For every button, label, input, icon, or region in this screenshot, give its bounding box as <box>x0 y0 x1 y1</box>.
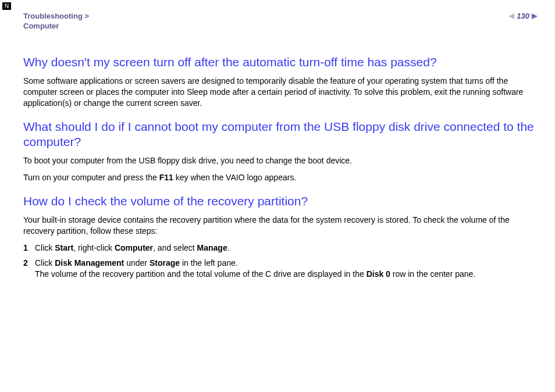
text-fragment: Click <box>35 243 55 252</box>
breadcrumb-line2: Computer <box>23 22 59 30</box>
ui-term: Computer <box>115 243 153 252</box>
question-heading-3: How do I check the volume of the recover… <box>23 194 538 209</box>
step-text: Click Disk Management under Storage in t… <box>35 258 538 280</box>
arrow-left-icon[interactable] <box>508 13 514 19</box>
ui-term: Manage <box>197 243 227 252</box>
page-nav: 130 <box>508 12 538 20</box>
breadcrumb-line1: Troubleshooting > <box>23 12 89 20</box>
ui-term: Storage <box>150 258 180 268</box>
text-fragment: under <box>124 258 150 268</box>
step-item: 1 Click Start, right-click Computer, and… <box>23 243 538 254</box>
page-number: 130 <box>517 12 529 20</box>
step-number: 2 <box>23 258 35 280</box>
body-text: Some software applications or screen sav… <box>23 76 538 109</box>
step-text: Click Start, right-click Computer, and s… <box>35 243 538 254</box>
text-fragment: The volume of the recovery partition and… <box>35 269 367 279</box>
steps-list: 1 Click Start, right-click Computer, and… <box>23 243 538 280</box>
step-number: 1 <box>23 243 35 254</box>
corner-marker: N <box>2 2 11 10</box>
text-fragment: Turn on your computer and press the <box>23 173 159 182</box>
ui-term: Disk 0 <box>367 269 390 279</box>
breadcrumb: Troubleshooting > Computer <box>23 12 89 31</box>
arrow-right-icon[interactable] <box>532 13 538 19</box>
text-fragment: in the left pane. <box>180 258 238 268</box>
step-item: 2 Click Disk Management under Storage in… <box>23 258 538 280</box>
text-fragment: Click <box>35 258 55 268</box>
text-fragment: . <box>227 243 230 252</box>
question-heading-2: What should I do if I cannot boot my com… <box>23 119 538 150</box>
question-heading-1: Why doesn't my screen turn off after the… <box>23 55 538 70</box>
body-text: Your built-in storage device contains th… <box>23 215 538 237</box>
key-name: F11 <box>159 173 173 182</box>
text-fragment: row in the center pane. <box>390 269 475 279</box>
text-fragment: key when the VAIO logo appears. <box>173 173 296 182</box>
text-fragment: , and select <box>153 243 197 252</box>
text-fragment: , right-click <box>73 243 115 252</box>
body-text: Turn on your computer and press the F11 … <box>23 172 538 183</box>
ui-term: Disk Management <box>55 258 124 268</box>
ui-term: Start <box>55 243 73 252</box>
body-text: To boot your computer from the USB flopp… <box>23 155 538 166</box>
page-header: Troubleshooting > Computer 130 <box>23 12 538 31</box>
